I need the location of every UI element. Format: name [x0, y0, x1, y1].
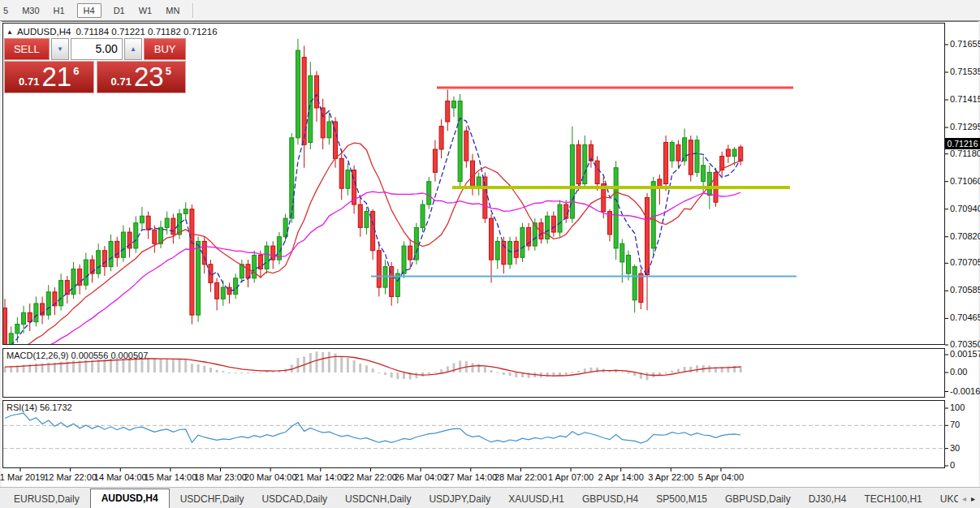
tab-usdcad-daily[interactable]: USDCAD,Daily: [253, 489, 336, 508]
symbol-header: ▲AUDUSD,H40.71184 0.71221 0.71182 0.7121…: [6, 27, 218, 37]
rsi-scale-label: 100: [950, 403, 965, 412]
price-tick-label: 0.70350: [950, 339, 980, 349]
tab-usdcnh-daily[interactable]: USDCNH,Daily: [336, 489, 420, 508]
date-tick-label: 21 Mar 14:00: [294, 472, 347, 482]
tab-gbpusd-h4[interactable]: GBPUSD,H4: [573, 489, 647, 508]
symbol-label: AUDUSD,H4: [17, 27, 71, 37]
tab-sp500-m15[interactable]: SP500,M15: [647, 489, 716, 508]
date-tick-label: 18 Mar 23:00: [194, 472, 247, 482]
volume-input[interactable]: 5.00: [71, 38, 123, 60]
tab-usdchf-daily[interactable]: USDCHF,Daily: [171, 489, 253, 508]
collapse-triangle-icon[interactable]: ▲: [6, 28, 13, 36]
ask-price-prefix: 0.71: [111, 75, 132, 88]
macd-scale-label: 0.00: [950, 367, 967, 377]
price-tick-label: 0.70465: [950, 312, 980, 322]
bid-price-big: 21: [41, 63, 71, 90]
price-tick-label: 0.70705: [950, 257, 980, 267]
tf-d1-button[interactable]: D1: [112, 4, 127, 17]
date-tick-label: 27 Mar 14:00: [444, 472, 497, 482]
one-click-trade-panel: SELL ▼ 5.00 ▲ BUY 0.71 21 6 0.71 23 5: [4, 38, 186, 93]
price-tick-label: 0.70585: [950, 285, 980, 295]
date-tick-label: 1 Apr 07:00: [548, 472, 594, 482]
date-tick-label: 20 Mar 04:00: [244, 472, 297, 482]
buy-button[interactable]: BUY: [144, 38, 186, 60]
date-tick-label: 15 Mar 14:00: [144, 472, 196, 482]
tf-h1-button[interactable]: H1: [52, 4, 67, 17]
tf-m30-button[interactable]: M30: [20, 4, 41, 17]
rsi-scale-label: 70: [950, 420, 960, 429]
bid-price-prefix: 0.71: [19, 75, 39, 88]
macd-scale-label: -0.001692: [950, 386, 980, 396]
date-tick-label: 14 Mar 04:00: [94, 472, 147, 482]
tab-scroll-left-icon[interactable]: ◂: [962, 494, 966, 503]
tf-mn-button[interactable]: MN: [164, 4, 181, 17]
tab-audusd-h4[interactable]: AUDUSD,H4: [90, 489, 170, 508]
tab-scroll-right-icon[interactable]: ▸: [971, 494, 975, 503]
tab-usdjpy-daily[interactable]: USDJPY,Daily: [420, 489, 499, 508]
price-tick-label: 0.71295: [950, 122, 980, 131]
tab-xauusd-h1[interactable]: XAUUSD,H1: [499, 489, 573, 508]
rsi-panel[interactable]: [2, 400, 945, 468]
rsi-scale-label: 0: [950, 460, 955, 470]
price-tick-label: 0.71415: [950, 94, 980, 104]
volume-increase-button[interactable]: ▲: [124, 38, 142, 60]
bid-price-pip: 6: [73, 65, 79, 77]
rsi-label: RSI(14) 56.1732: [6, 403, 72, 412]
date-tick-label: 22 Mar 22:00: [344, 472, 397, 482]
volume-decrease-button[interactable]: ▼: [51, 38, 69, 60]
tab-ukc[interactable]: UKC: [931, 489, 958, 508]
rsi-scale-label: 30: [950, 443, 960, 453]
symbol-tabbar: EURUSD,DailyAUDUSD,H4USDCHF,DailyUSDCAD,…: [0, 487, 980, 508]
tab-tech100-h1[interactable]: TECH100,H1: [855, 489, 930, 508]
price-tick-label: 0.71655: [950, 39, 980, 49]
date-tick-label: 12 Mar 22:00: [44, 472, 97, 482]
ohlc-values: 0.71184 0.71221 0.71182 0.71216: [76, 27, 217, 37]
ask-quote-panel[interactable]: 0.71 23 5: [97, 61, 187, 93]
date-tick-label: 2 Apr 14:00: [598, 472, 644, 482]
tab-scroll-arrows: ◂ ▸: [960, 488, 978, 508]
date-tick-label: 3 Apr 22:00: [648, 472, 693, 482]
symbol-tabs: EURUSD,DailyAUDUSD,H4USDCHF,DailyUSDCAD,…: [5, 488, 958, 508]
date-tick-label: 11 Mar 2019: [0, 472, 45, 482]
price-tick-label: 0.71180: [950, 149, 980, 158]
toolbar-separator: [192, 3, 194, 18]
tab-gbpusd-daily[interactable]: GBPUSD,Daily: [716, 489, 800, 508]
current-price-box: 0.71216: [945, 138, 980, 149]
price-tick-label: 0.70940: [950, 204, 980, 213]
bid-quote-panel[interactable]: 0.71 21 6: [4, 61, 94, 93]
mt4-window: 5 M30 H1 H4 D1 W1 MN ▲AUDUSD,H40.71184 0…: [0, 0, 980, 508]
sell-button[interactable]: SELL: [4, 38, 50, 60]
macd-label: MACD(12,26,9) 0.000556 0.000507: [6, 351, 148, 360]
price-tick-label: 0.70820: [950, 231, 980, 241]
date-tick-label: 5 Apr 04:00: [698, 472, 744, 482]
tf-w1-button[interactable]: W1: [137, 4, 154, 17]
price-tick-label: 0.71060: [950, 176, 980, 186]
tab-dj30-h4[interactable]: DJ30,H4: [800, 489, 856, 508]
macd-scale-label: 0.001579: [950, 349, 980, 359]
ask-price-pip: 5: [166, 65, 171, 77]
price-tick-label: 0.71535: [950, 67, 980, 76]
date-tick-label: 26 Mar 04:00: [395, 472, 447, 482]
ask-price-big: 23: [134, 63, 164, 90]
date-tick-label: 28 Mar 22:00: [494, 472, 547, 482]
timeframe-toolbar: 5 M30 H1 H4 D1 W1 MN: [0, 0, 980, 21]
tf-m5-button[interactable]: 5: [2, 4, 10, 17]
tab-eurusd-daily[interactable]: EURUSD,Daily: [5, 489, 89, 508]
tf-h4-button[interactable]: H4: [77, 3, 101, 18]
